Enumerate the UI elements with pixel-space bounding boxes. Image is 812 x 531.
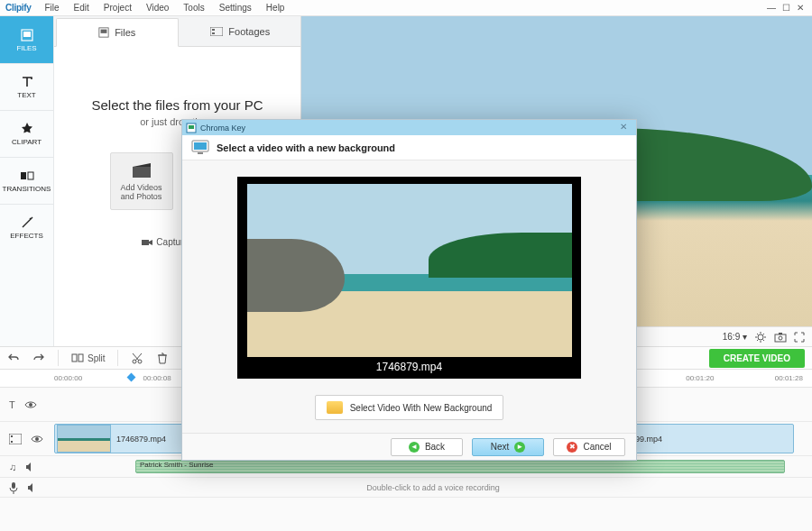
- dialog-footer: ◄ Back Next ► ✖ Cancel: [182, 433, 636, 460]
- next-label: Next: [491, 442, 510, 452]
- dialog-close-button[interactable]: ✕: [614, 122, 632, 133]
- app-window: Clipify File Edit Project Video Tools Se…: [0, 0, 812, 531]
- video-frame: 1746879.mp4: [237, 177, 581, 379]
- dialog-app-icon: [186, 123, 197, 133]
- select-video-button[interactable]: Select Video With New Background: [315, 395, 504, 420]
- back-button[interactable]: ◄ Back: [391, 438, 463, 456]
- folder-icon: [327, 401, 343, 414]
- back-label: Back: [425, 442, 445, 452]
- select-video-label: Select Video With New Background: [350, 403, 493, 413]
- cancel-label: Cancel: [583, 442, 611, 452]
- dialog-window-title: Chroma Key: [200, 124, 245, 133]
- svg-rect-26: [189, 125, 194, 129]
- monitor-icon: [191, 140, 209, 156]
- next-button[interactable]: Next ►: [472, 438, 544, 456]
- dialog-header: Select a video with a new background: [182, 135, 636, 160]
- next-arrow-icon: ►: [514, 442, 525, 453]
- video-filename: 1746879.mp4: [376, 357, 442, 379]
- cancel-icon: ✖: [567, 442, 577, 453]
- video-preview-image: [247, 184, 572, 357]
- cancel-button[interactable]: ✖ Cancel: [553, 438, 625, 456]
- dialog-titlebar[interactable]: Chroma Key ✕: [182, 120, 636, 135]
- back-arrow-icon: ◄: [409, 442, 420, 453]
- svg-rect-28: [194, 142, 207, 150]
- dialog-title: Select a video with a new background: [217, 142, 395, 153]
- svg-rect-29: [198, 152, 203, 154]
- chroma-key-dialog: Chroma Key ✕ Select a video with a new b…: [181, 119, 637, 461]
